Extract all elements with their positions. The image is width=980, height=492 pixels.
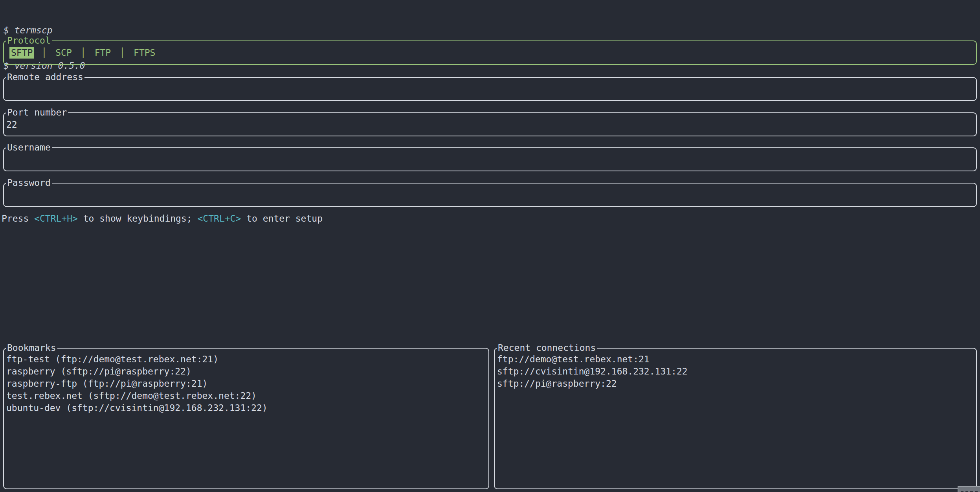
port-number-field[interactable]: Port number 22	[3, 112, 977, 136]
bookmark-item[interactable]: raspberry-ftp (ftp://pi@raspberry:21)	[6, 378, 488, 390]
tab-sftp[interactable]: SFTP	[9, 47, 34, 59]
recent-connections-panel: Recent connections ftp://demo@test.rebex…	[494, 348, 977, 489]
bookmark-item[interactable]: raspberry (sftp://pi@raspberry:22)	[6, 365, 488, 378]
help-line: Press <CTRL+H> to show keybindings; <CTR…	[2, 213, 323, 225]
recent-connections-list: ftp://demo@test.rebex.net:21 sftp://cvis…	[495, 349, 976, 488]
recent-connection-item[interactable]: sftp://pi@raspberry:22	[497, 378, 976, 390]
clipped-tooltip	[958, 486, 980, 492]
termscp-auth-screen: $ termscp $ version 0.5.0 Protocol SFTP …	[0, 0, 980, 492]
remote-address-value[interactable]	[4, 78, 976, 100]
protocol-tabs: SFTP │ SCP │ FTP │ FTPS	[4, 41, 976, 64]
tab-ftps[interactable]: FTPS	[132, 47, 157, 59]
bookmarks-panel: Bookmarks ftp-test (ftp://demo@test.rebe…	[3, 348, 489, 489]
help-suffix: to enter setup	[241, 213, 323, 224]
tab-divider: │	[81, 48, 86, 58]
password-value[interactable]	[4, 184, 976, 206]
username-field[interactable]: Username	[3, 147, 977, 171]
tab-scp[interactable]: SCP	[54, 47, 73, 59]
keybinding-ctrl-c: <CTRL+C>	[198, 213, 241, 224]
remote-address-field[interactable]: Remote address	[3, 77, 977, 101]
bookmarks-list: ftp-test (ftp://demo@test.rebex.net:21) …	[4, 349, 488, 488]
tab-ftp[interactable]: FTP	[93, 47, 113, 59]
bookmark-item[interactable]: test.rebex.net (sftp://demo@test.rebex.n…	[6, 390, 488, 402]
bookmark-item[interactable]: ftp-test (ftp://demo@test.rebex.net:21)	[6, 353, 488, 365]
port-number-value[interactable]: 22	[4, 113, 976, 136]
recent-connection-item[interactable]: sftp://cvisintin@192.168.232.131:22	[497, 365, 976, 378]
bookmark-item[interactable]: ubuntu-dev (sftp://cvisintin@192.168.232…	[6, 402, 488, 414]
recent-connection-item[interactable]: ftp://demo@test.rebex.net:21	[497, 353, 976, 365]
keybinding-ctrl-h: <CTRL+H>	[34, 213, 78, 224]
protocol-box: Protocol SFTP │ SCP │ FTP │ FTPS	[3, 40, 977, 65]
help-prefix: Press	[2, 213, 34, 224]
tab-divider: │	[41, 48, 47, 58]
password-field[interactable]: Password	[3, 183, 977, 207]
tab-divider: │	[119, 48, 125, 58]
help-middle: to show keybindings;	[78, 213, 198, 224]
username-value[interactable]	[4, 148, 976, 171]
terminal-line-command: $ termscp	[4, 24, 85, 36]
